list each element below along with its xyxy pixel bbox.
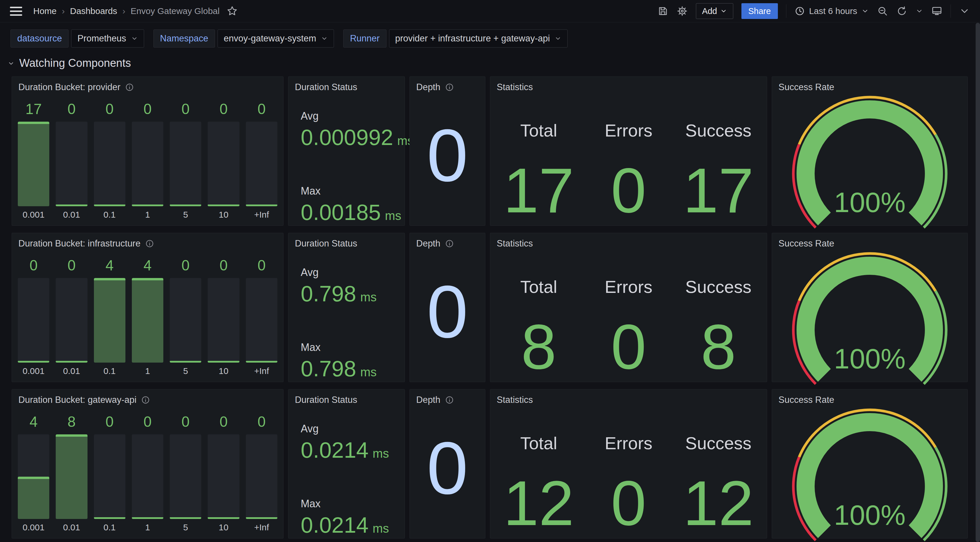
- variable-value: Prometheus: [77, 33, 126, 44]
- zoom-out-icon[interactable]: [877, 6, 888, 17]
- stat-header: Total: [520, 277, 557, 297]
- info-icon[interactable]: [125, 83, 134, 92]
- bar-track: [94, 434, 126, 519]
- breadcrumb-separator: ›: [123, 6, 126, 16]
- bar-value-label: 0: [208, 257, 239, 274]
- panel-title[interactable]: Depth: [416, 238, 441, 249]
- bar-column: 01: [132, 100, 163, 221]
- max-label: Max: [301, 341, 404, 354]
- depth-value: 0: [427, 431, 468, 505]
- panel-title[interactable]: Depth: [416, 395, 441, 405]
- breadcrumb-home[interactable]: Home: [33, 6, 57, 16]
- breadcrumb-dashboards[interactable]: Dashboards: [70, 6, 117, 16]
- max-unit: ms: [372, 521, 389, 536]
- bar-value-label: 0: [208, 413, 239, 430]
- bar-track: [246, 122, 277, 206]
- panel-statistics: Statistics Total12 Errors0 Success12: [490, 389, 767, 539]
- stat-errors: Errors0: [584, 249, 673, 382]
- variable-value-dropdown[interactable]: envoy-gateway-system: [218, 29, 334, 48]
- bar-column: 05: [170, 413, 201, 534]
- row-section-toggle[interactable]: Watching Components: [0, 48, 980, 69]
- panel-title[interactable]: Success Rate: [778, 82, 834, 92]
- refresh-interval-dropdown[interactable]: [916, 7, 923, 15]
- collapse-toolbar-chevron[interactable]: [959, 6, 970, 17]
- info-icon[interactable]: [141, 395, 150, 404]
- max-label: Max: [301, 185, 404, 197]
- bar-column: 40.1: [94, 257, 126, 377]
- bar-track: [170, 278, 201, 363]
- panel-title[interactable]: Duration Status: [295, 82, 357, 92]
- info-icon[interactable]: [445, 83, 454, 92]
- bar-column: 0+Inf: [246, 100, 277, 221]
- bar-x-label: 0.001: [18, 210, 49, 221]
- stat-value: 12: [503, 472, 574, 535]
- panel-title[interactable]: Duration Status: [295, 395, 357, 405]
- bar-track: [170, 122, 201, 206]
- chevron-down-icon: [720, 8, 727, 14]
- bar-value-label: 4: [94, 257, 126, 274]
- gauge-value: 100%: [772, 343, 967, 375]
- avg-unit: ms: [360, 290, 377, 304]
- panel-title[interactable]: Statistics: [497, 82, 533, 92]
- stat-value: 0: [611, 472, 646, 535]
- gear-icon[interactable]: [677, 6, 688, 17]
- bar-value-label: 0: [132, 413, 163, 430]
- star-icon[interactable]: [227, 6, 238, 17]
- bar-track: [56, 434, 87, 519]
- refresh-icon[interactable]: [896, 6, 907, 17]
- stat-value: 17: [503, 159, 574, 222]
- chevron-down-icon: [131, 35, 138, 42]
- panel-success-rate: Success Rate 100%: [772, 233, 968, 382]
- info-icon[interactable]: [445, 239, 454, 248]
- bar-x-label: 1: [132, 366, 163, 377]
- bar-value-label: 0: [170, 413, 201, 430]
- bar-value-label: 17: [18, 100, 49, 118]
- panel-title[interactable]: Statistics: [497, 395, 533, 405]
- bar-column: 170.001: [18, 100, 49, 221]
- info-icon[interactable]: [145, 239, 154, 248]
- panel-title[interactable]: Duration Bucket: gateway-api: [18, 395, 137, 405]
- hamburger-icon[interactable]: [10, 7, 22, 16]
- vertical-scrollbar[interactable]: [975, 23, 980, 542]
- bar-x-label: +Inf: [246, 366, 277, 377]
- bar-track: [170, 434, 201, 519]
- bar-value-label: 0: [170, 257, 201, 274]
- bar-fill: [170, 517, 201, 519]
- bar-column: 01: [132, 413, 163, 534]
- bar-x-label: 1: [132, 523, 163, 534]
- bar-x-label: 5: [170, 366, 201, 377]
- panel-title[interactable]: Duration Bucket: infrastructure: [18, 238, 141, 249]
- panel-title[interactable]: Success Rate: [778, 395, 834, 405]
- duration-bucket-chart: 40.00180.0100.101050100+Inf: [12, 405, 283, 538]
- variable-value-dropdown[interactable]: Prometheus: [71, 29, 144, 48]
- bar-fill: [94, 204, 126, 206]
- panel-title[interactable]: Duration Bucket: provider: [18, 82, 121, 92]
- panel-statistics: Statistics Total8 Errors0 Success8: [490, 233, 767, 382]
- bar-x-label: 10: [208, 210, 239, 221]
- panel-depth: Depth 0: [409, 233, 485, 382]
- bar-fill: [170, 204, 201, 206]
- panel-title[interactable]: Depth: [416, 82, 441, 92]
- panel-title[interactable]: Duration Status: [295, 238, 357, 249]
- panel-title[interactable]: Success Rate: [778, 238, 834, 249]
- stat-errors: Errors0: [584, 92, 673, 225]
- panel-title[interactable]: Statistics: [497, 238, 533, 249]
- monitor-icon[interactable]: [931, 6, 942, 17]
- stat-value: 0: [611, 315, 646, 379]
- bar-fill: [132, 517, 163, 519]
- save-icon[interactable]: [657, 6, 668, 17]
- panel-success-rate: Success Rate 100%: [772, 389, 968, 539]
- info-icon[interactable]: [445, 395, 454, 404]
- variable-value-dropdown[interactable]: provider + infrastructure + gateway-api: [389, 29, 568, 48]
- time-range-picker[interactable]: Last 6 hours: [794, 6, 869, 16]
- depth-value: 0: [427, 118, 468, 193]
- bar-column: 40.001: [18, 413, 49, 534]
- bar-track: [18, 278, 49, 363]
- share-button[interactable]: Share: [741, 3, 778, 19]
- bar-track: [208, 434, 239, 519]
- bar-value-label: 0: [170, 100, 201, 118]
- chevron-down-icon: [916, 7, 923, 15]
- add-button[interactable]: Add: [696, 3, 733, 19]
- bar-value-label: 4: [18, 413, 49, 430]
- max-value: 0.0214: [301, 512, 368, 538]
